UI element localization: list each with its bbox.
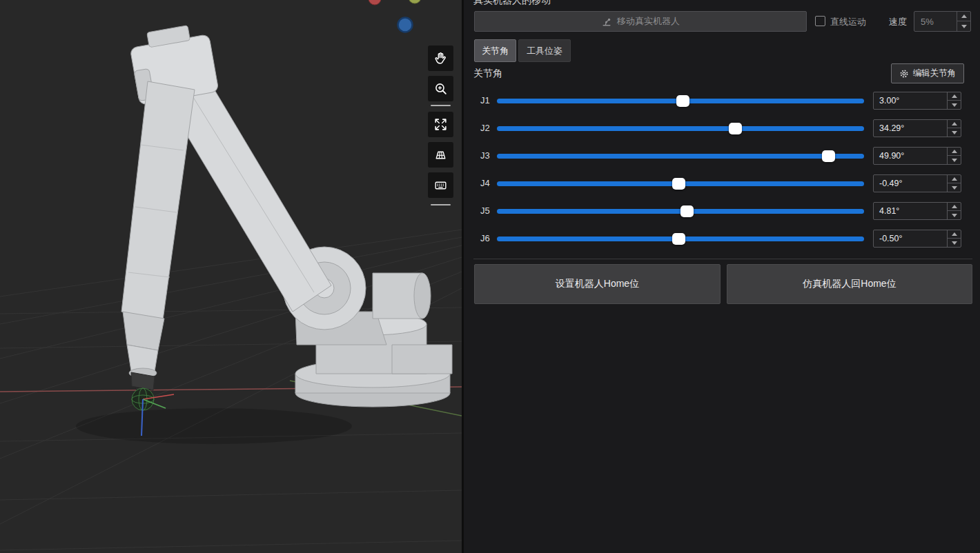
perspective-grid-icon xyxy=(433,148,448,162)
keyboard-icon xyxy=(433,178,448,192)
joint-value: -0.50° xyxy=(879,234,903,243)
spin-down-arrow[interactable] xyxy=(948,156,961,164)
joint-row-j3: J3 49.90° xyxy=(464,142,980,170)
toolbar-divider xyxy=(431,204,451,205)
simulate-return-home-button[interactable]: 仿真机器人回Home位 xyxy=(727,264,972,304)
joint-row-j5: J5 4.81° xyxy=(464,197,980,225)
speed-down-arrow[interactable] xyxy=(957,21,970,31)
linear-motion-checkbox[interactable] xyxy=(815,16,825,26)
scene-canvas xyxy=(0,0,462,553)
pan-tool-button[interactable] xyxy=(428,46,453,71)
joint-value-box-j6[interactable]: -0.50° xyxy=(873,230,961,248)
fit-view-button[interactable] xyxy=(428,112,453,137)
joint-row-j6: J6 -0.50° xyxy=(464,225,980,252)
section-divider xyxy=(473,259,972,259)
keyboard-shortcuts-button[interactable] xyxy=(428,172,453,198)
spin-up-arrow[interactable] xyxy=(948,148,961,156)
hand-icon xyxy=(433,51,448,66)
slider-thumb[interactable] xyxy=(672,178,685,190)
joint-value-box-j3[interactable]: 49.90° xyxy=(873,147,961,165)
value-spinner xyxy=(947,148,961,164)
joint-value: 34.29° xyxy=(879,123,904,133)
speed-up-arrow[interactable] xyxy=(957,12,970,21)
joint-row-j2: J2 34.29° xyxy=(464,114,980,142)
3d-viewport[interactable] xyxy=(0,0,462,553)
spin-down-arrow[interactable] xyxy=(948,101,961,109)
orientation-gizmo[interactable] xyxy=(369,0,421,32)
joint-row-j4: J4 -0.49° xyxy=(464,170,980,197)
robot-shadow xyxy=(76,408,352,444)
spin-up-arrow[interactable] xyxy=(948,92,961,101)
speed-label: 速度 xyxy=(889,16,907,28)
joint-value-box-j4[interactable]: -0.49° xyxy=(873,174,961,192)
value-spinner xyxy=(947,203,961,219)
value-spinner xyxy=(947,92,961,109)
linear-motion-label: 直线运动 xyxy=(830,16,866,28)
joint-value-box-j2[interactable]: 34.29° xyxy=(873,119,961,137)
joint-value: 3.00° xyxy=(879,96,899,105)
slider-thumb[interactable] xyxy=(676,95,689,107)
joint-value-box-j1[interactable]: 3.00° xyxy=(873,92,961,110)
zoom-in-icon xyxy=(433,81,448,96)
move-real-robot-button[interactable]: 移动真实机器人 xyxy=(474,11,807,32)
joint-label: J3 xyxy=(480,150,490,161)
edit-joint-angles-label: 编辑关节角 xyxy=(913,68,957,79)
robot-teach-app: 真实机器人的移动 移动真实机器人 直线运动 速度 5% 关节角 工具位姿 关节角 xyxy=(0,0,980,553)
joint-label: J6 xyxy=(480,233,490,243)
joint-label: J2 xyxy=(480,123,490,133)
spin-up-arrow[interactable] xyxy=(948,203,961,211)
move-real-robot-label: 移动真实机器人 xyxy=(617,15,680,28)
slider-thumb[interactable] xyxy=(822,150,835,162)
toolbar-divider xyxy=(431,105,451,106)
joint-slider-j2[interactable] xyxy=(497,126,864,131)
speed-spinner xyxy=(957,12,970,31)
joint-slider-j4[interactable] xyxy=(497,181,864,186)
speed-value: 5% xyxy=(921,17,934,27)
joint-label: J1 xyxy=(480,95,490,105)
slider-thumb[interactable] xyxy=(729,123,742,134)
joint-value-box-j5[interactable]: 4.81° xyxy=(873,202,961,220)
tab-tool-pose[interactable]: 工具位姿 xyxy=(518,39,571,62)
spin-down-arrow[interactable] xyxy=(948,128,961,137)
value-spinner xyxy=(947,120,961,137)
joint-value: 4.81° xyxy=(879,206,899,216)
zoom-tool-button[interactable] xyxy=(428,76,453,101)
gear-icon xyxy=(899,69,909,79)
joint-value: 49.90° xyxy=(879,151,904,161)
tab-joint-angles[interactable]: 关节角 xyxy=(474,39,516,62)
joint-slider-j5[interactable] xyxy=(497,209,864,214)
joint-label: J5 xyxy=(480,205,490,216)
speed-spinbox[interactable]: 5% xyxy=(914,11,971,32)
slider-thumb[interactable] xyxy=(680,205,694,217)
panel-title: 真实机器人的移动 xyxy=(473,0,551,7)
joint-slider-j3[interactable] xyxy=(497,154,864,159)
joint-section-title: 关节角 xyxy=(473,68,502,80)
joint-label: J4 xyxy=(480,178,490,188)
slider-thumb[interactable] xyxy=(672,233,685,245)
joint-slider-j6[interactable] xyxy=(497,237,864,241)
spin-down-arrow[interactable] xyxy=(948,211,961,219)
spin-up-arrow[interactable] xyxy=(948,120,961,128)
edit-joint-angles-button[interactable]: 编辑关节角 xyxy=(891,63,964,83)
joint-row-j1: J1 3.00° xyxy=(464,87,980,114)
set-robot-home-button[interactable]: 设置机器人Home位 xyxy=(474,264,721,304)
spin-up-arrow[interactable] xyxy=(948,230,961,239)
spin-down-arrow[interactable] xyxy=(948,183,961,192)
joint-value: -0.49° xyxy=(879,179,903,188)
value-spinner xyxy=(947,175,961,192)
perspective-grid-button[interactable] xyxy=(428,142,453,168)
robot-arm-icon xyxy=(601,16,612,27)
joint-slider-j1[interactable] xyxy=(497,99,864,103)
robot-control-panel: 真实机器人的移动 移动真实机器人 直线运动 速度 5% 关节角 工具位姿 关节角 xyxy=(464,0,980,553)
spin-down-arrow[interactable] xyxy=(948,239,961,247)
fit-view-icon xyxy=(433,117,448,132)
value-spinner xyxy=(947,230,961,247)
spin-up-arrow[interactable] xyxy=(948,175,961,183)
